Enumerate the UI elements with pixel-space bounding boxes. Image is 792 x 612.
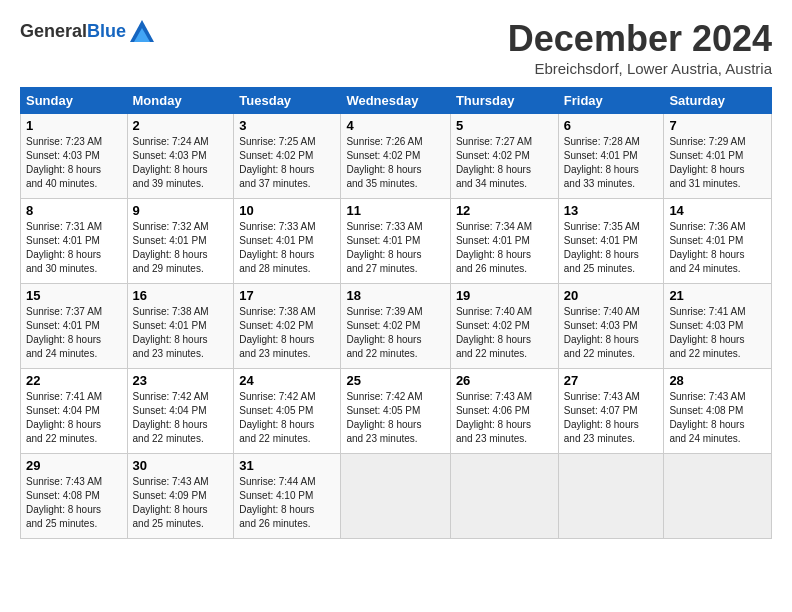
day-info: Sunrise: 7:29 AM Sunset: 4:01 PM Dayligh… [669, 135, 766, 191]
day-info: Sunrise: 7:32 AM Sunset: 4:01 PM Dayligh… [133, 220, 229, 276]
weekday-header: Tuesday [234, 88, 341, 114]
calendar-day: 31Sunrise: 7:44 AM Sunset: 4:10 PM Dayli… [234, 454, 341, 539]
page: GeneralBlue December 2024 Ebreichsdorf, … [0, 0, 792, 549]
weekday-header: Sunday [21, 88, 128, 114]
day-number: 21 [669, 288, 766, 303]
calendar-day: 11Sunrise: 7:33 AM Sunset: 4:01 PM Dayli… [341, 199, 450, 284]
day-info: Sunrise: 7:23 AM Sunset: 4:03 PM Dayligh… [26, 135, 122, 191]
day-info: Sunrise: 7:38 AM Sunset: 4:02 PM Dayligh… [239, 305, 335, 361]
calendar-day: 23Sunrise: 7:42 AM Sunset: 4:04 PM Dayli… [127, 369, 234, 454]
day-info: Sunrise: 7:43 AM Sunset: 4:06 PM Dayligh… [456, 390, 553, 446]
day-info: Sunrise: 7:24 AM Sunset: 4:03 PM Dayligh… [133, 135, 229, 191]
day-info: Sunrise: 7:35 AM Sunset: 4:01 PM Dayligh… [564, 220, 659, 276]
calendar-day: 19Sunrise: 7:40 AM Sunset: 4:02 PM Dayli… [450, 284, 558, 369]
day-info: Sunrise: 7:28 AM Sunset: 4:01 PM Dayligh… [564, 135, 659, 191]
day-info: Sunrise: 7:37 AM Sunset: 4:01 PM Dayligh… [26, 305, 122, 361]
day-number: 6 [564, 118, 659, 133]
day-info: Sunrise: 7:36 AM Sunset: 4:01 PM Dayligh… [669, 220, 766, 276]
calendar-day: 2Sunrise: 7:24 AM Sunset: 4:03 PM Daylig… [127, 114, 234, 199]
calendar-day: 29Sunrise: 7:43 AM Sunset: 4:08 PM Dayli… [21, 454, 128, 539]
calendar-day: 22Sunrise: 7:41 AM Sunset: 4:04 PM Dayli… [21, 369, 128, 454]
day-number: 26 [456, 373, 553, 388]
weekday-header: Thursday [450, 88, 558, 114]
day-number: 17 [239, 288, 335, 303]
day-number: 8 [26, 203, 122, 218]
day-number: 2 [133, 118, 229, 133]
calendar-day: 10Sunrise: 7:33 AM Sunset: 4:01 PM Dayli… [234, 199, 341, 284]
day-info: Sunrise: 7:27 AM Sunset: 4:02 PM Dayligh… [456, 135, 553, 191]
day-number: 22 [26, 373, 122, 388]
day-number: 25 [346, 373, 444, 388]
location-subtitle: Ebreichsdorf, Lower Austria, Austria [508, 60, 772, 77]
day-number: 29 [26, 458, 122, 473]
logo-general: General [20, 21, 87, 41]
day-number: 14 [669, 203, 766, 218]
calendar-day: 15Sunrise: 7:37 AM Sunset: 4:01 PM Dayli… [21, 284, 128, 369]
day-number: 13 [564, 203, 659, 218]
calendar-day: 21Sunrise: 7:41 AM Sunset: 4:03 PM Dayli… [664, 284, 772, 369]
day-info: Sunrise: 7:40 AM Sunset: 4:03 PM Dayligh… [564, 305, 659, 361]
day-info: Sunrise: 7:44 AM Sunset: 4:10 PM Dayligh… [239, 475, 335, 531]
day-info: Sunrise: 7:42 AM Sunset: 4:04 PM Dayligh… [133, 390, 229, 446]
calendar-day: 12Sunrise: 7:34 AM Sunset: 4:01 PM Dayli… [450, 199, 558, 284]
calendar-day: 17Sunrise: 7:38 AM Sunset: 4:02 PM Dayli… [234, 284, 341, 369]
day-info: Sunrise: 7:40 AM Sunset: 4:02 PM Dayligh… [456, 305, 553, 361]
calendar-day: 1Sunrise: 7:23 AM Sunset: 4:03 PM Daylig… [21, 114, 128, 199]
calendar-day: 16Sunrise: 7:38 AM Sunset: 4:01 PM Dayli… [127, 284, 234, 369]
day-info: Sunrise: 7:39 AM Sunset: 4:02 PM Dayligh… [346, 305, 444, 361]
day-info: Sunrise: 7:31 AM Sunset: 4:01 PM Dayligh… [26, 220, 122, 276]
calendar-day: 13Sunrise: 7:35 AM Sunset: 4:01 PM Dayli… [558, 199, 664, 284]
day-number: 19 [456, 288, 553, 303]
day-number: 10 [239, 203, 335, 218]
day-number: 18 [346, 288, 444, 303]
header-row: SundayMondayTuesdayWednesdayThursdayFrid… [21, 88, 772, 114]
calendar-day: 5Sunrise: 7:27 AM Sunset: 4:02 PM Daylig… [450, 114, 558, 199]
calendar-day: 30Sunrise: 7:43 AM Sunset: 4:09 PM Dayli… [127, 454, 234, 539]
weekday-header: Saturday [664, 88, 772, 114]
month-title: December 2024 [508, 18, 772, 60]
calendar-day: 28Sunrise: 7:43 AM Sunset: 4:08 PM Dayli… [664, 369, 772, 454]
day-number: 4 [346, 118, 444, 133]
day-number: 9 [133, 203, 229, 218]
day-number: 27 [564, 373, 659, 388]
title-block: December 2024 Ebreichsdorf, Lower Austri… [508, 18, 772, 77]
weekday-header: Monday [127, 88, 234, 114]
day-number: 23 [133, 373, 229, 388]
calendar-day [664, 454, 772, 539]
calendar-day: 27Sunrise: 7:43 AM Sunset: 4:07 PM Dayli… [558, 369, 664, 454]
calendar-day: 4Sunrise: 7:26 AM Sunset: 4:02 PM Daylig… [341, 114, 450, 199]
calendar-week: 29Sunrise: 7:43 AM Sunset: 4:08 PM Dayli… [21, 454, 772, 539]
day-number: 1 [26, 118, 122, 133]
day-info: Sunrise: 7:43 AM Sunset: 4:08 PM Dayligh… [26, 475, 122, 531]
day-info: Sunrise: 7:42 AM Sunset: 4:05 PM Dayligh… [346, 390, 444, 446]
day-number: 20 [564, 288, 659, 303]
calendar-week: 22Sunrise: 7:41 AM Sunset: 4:04 PM Dayli… [21, 369, 772, 454]
weekday-header: Friday [558, 88, 664, 114]
calendar-day: 9Sunrise: 7:32 AM Sunset: 4:01 PM Daylig… [127, 199, 234, 284]
logo: GeneralBlue [20, 18, 156, 46]
day-number: 30 [133, 458, 229, 473]
day-number: 7 [669, 118, 766, 133]
day-number: 24 [239, 373, 335, 388]
day-number: 31 [239, 458, 335, 473]
calendar-day: 6Sunrise: 7:28 AM Sunset: 4:01 PM Daylig… [558, 114, 664, 199]
weekday-header: Wednesday [341, 88, 450, 114]
calendar-day: 24Sunrise: 7:42 AM Sunset: 4:05 PM Dayli… [234, 369, 341, 454]
calendar-day: 25Sunrise: 7:42 AM Sunset: 4:05 PM Dayli… [341, 369, 450, 454]
calendar-week: 1Sunrise: 7:23 AM Sunset: 4:03 PM Daylig… [21, 114, 772, 199]
calendar-day: 14Sunrise: 7:36 AM Sunset: 4:01 PM Dayli… [664, 199, 772, 284]
calendar-day [450, 454, 558, 539]
day-info: Sunrise: 7:33 AM Sunset: 4:01 PM Dayligh… [346, 220, 444, 276]
day-info: Sunrise: 7:41 AM Sunset: 4:04 PM Dayligh… [26, 390, 122, 446]
calendar-week: 8Sunrise: 7:31 AM Sunset: 4:01 PM Daylig… [21, 199, 772, 284]
calendar-day: 26Sunrise: 7:43 AM Sunset: 4:06 PM Dayli… [450, 369, 558, 454]
day-info: Sunrise: 7:43 AM Sunset: 4:08 PM Dayligh… [669, 390, 766, 446]
day-info: Sunrise: 7:43 AM Sunset: 4:09 PM Dayligh… [133, 475, 229, 531]
day-number: 28 [669, 373, 766, 388]
day-info: Sunrise: 7:26 AM Sunset: 4:02 PM Dayligh… [346, 135, 444, 191]
day-number: 11 [346, 203, 444, 218]
day-number: 12 [456, 203, 553, 218]
day-info: Sunrise: 7:25 AM Sunset: 4:02 PM Dayligh… [239, 135, 335, 191]
calendar-day [341, 454, 450, 539]
day-number: 3 [239, 118, 335, 133]
